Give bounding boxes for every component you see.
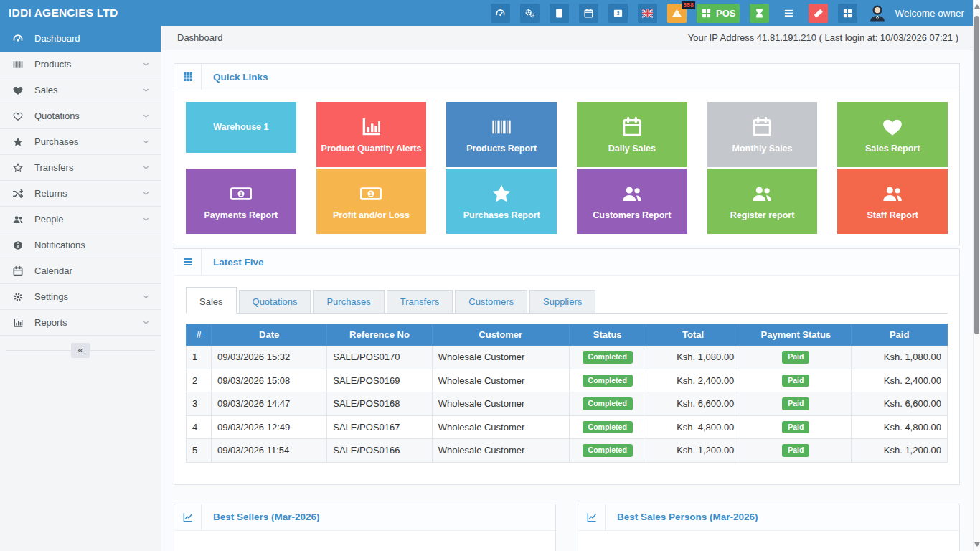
quick-link-tile-purchases-report[interactable]: Purchases Report <box>446 169 557 234</box>
tile-label: Products Report <box>463 143 540 154</box>
tile-label: Purchases Report <box>461 210 543 220</box>
alerts-button[interactable]: 358 <box>667 4 687 23</box>
css3-icon: 3 <box>613 8 623 19</box>
pos-button-label: POS <box>716 8 735 19</box>
charts-row: Best Sellers (Mar-2026)400Best Sales Per… <box>174 504 960 551</box>
vertical-scrollbar[interactable] <box>973 0 980 551</box>
pos-button[interactable]: POS <box>697 4 740 23</box>
table-cell: 09/03/2026 14:47 <box>212 392 327 416</box>
calendar-icon <box>750 116 773 138</box>
table-cell: Ksh. 6,600.00 <box>852 392 948 416</box>
table-cell: Ksh. 2,400.00 <box>646 369 740 392</box>
table-cell: Ksh. 4,800.00 <box>852 415 948 439</box>
sidebar-item-sales[interactable]: Sales <box>0 77 161 103</box>
tab-quotations[interactable]: Quotations <box>239 290 311 313</box>
star-icon <box>12 136 24 148</box>
scrollbar-up-arrow[interactable] <box>974 4 980 9</box>
users-icon <box>12 214 24 225</box>
quick-link-tile-payments-report[interactable]: 1Payments Report <box>186 169 296 234</box>
tab-purchases[interactable]: Purchases <box>313 290 384 313</box>
sidebar-item-transfers[interactable]: Transfers <box>0 155 161 181</box>
shortcuts-button[interactable] <box>838 4 857 23</box>
table-cell: Ksh. 1,200.00 <box>852 439 948 463</box>
svg-text:3: 3 <box>617 11 620 16</box>
quick-link-tile-staff-report[interactable]: Staff Report <box>837 169 948 234</box>
quick-link-tile-product-quantity-alerts[interactable]: Product Quantity Alerts <box>316 102 427 167</box>
sidebar-item-notifications[interactable]: Notifications <box>0 232 161 258</box>
quick-link-tile-sales-report[interactable]: Sales Report <box>837 102 948 167</box>
chart-title: Best Sales Persons (Mar-2026) <box>606 504 758 530</box>
chevron-down-icon <box>141 189 151 198</box>
quick-link-tile-daily-sales[interactable]: Daily Sales <box>577 102 687 167</box>
tile-label: Product Quantity Alerts <box>319 143 425 154</box>
star-icon <box>490 182 513 205</box>
status-badge: Paid <box>782 351 809 364</box>
dashboard-button[interactable] <box>491 4 510 23</box>
column-header-date: Date <box>212 324 327 346</box>
calculator-button[interactable] <box>550 4 569 23</box>
heart-icon <box>881 116 904 138</box>
table-row: 509/03/2026 11:54SALE/POS0166Wholesale C… <box>187 439 948 463</box>
tab-customers[interactable]: Customers <box>455 290 527 313</box>
calendar-button[interactable] <box>579 4 598 23</box>
scrollbar-thumb[interactable] <box>974 16 979 334</box>
sidebar-item-dashboard[interactable]: Dashboard <box>0 26 161 52</box>
sidebar-collapse-row: « <box>0 343 161 358</box>
latest-five-body: SalesQuotationsPurchasesTransfersCustome… <box>174 276 959 484</box>
sidebar-item-settings[interactable]: Settings <box>0 284 161 310</box>
table-cell: Ksh. 4,800.00 <box>646 415 740 439</box>
tile-label: Register report <box>727 210 798 220</box>
chevron-down-icon <box>141 137 151 146</box>
reset-button[interactable] <box>809 4 828 23</box>
tab-transfers[interactable]: Transfers <box>387 290 453 313</box>
tab-suppliers[interactable]: Suppliers <box>529 290 595 313</box>
tab-sales[interactable]: Sales <box>186 287 237 314</box>
sidebar-item-calendar[interactable]: Calendar <box>0 258 161 284</box>
chart-panel-header: Best Sales Persons (Mar-2026) <box>578 504 959 531</box>
quick-link-tile-products-report[interactable]: Products Report <box>446 102 557 167</box>
language-button[interactable] <box>638 4 657 23</box>
sidebar-item-reports[interactable]: Reports <box>0 310 161 336</box>
table-cell: SALE/POS0167 <box>327 415 432 439</box>
quick-link-tile-customers-report[interactable]: Customers Report <box>577 169 687 234</box>
brand-title: IDDI AGENCIES LTD <box>0 6 161 19</box>
latest-five-header: Latest Five <box>174 249 959 276</box>
tachometer-icon <box>495 8 506 19</box>
sidebar-item-people[interactable]: People <box>0 207 161 232</box>
sidebar: DashboardProductsSalesQuotationsPurchase… <box>0 26 161 551</box>
welcome-user-menu[interactable]: Welcome owner <box>895 8 964 19</box>
sidebar-item-label: Returns <box>34 188 67 199</box>
table-cell: 09/03/2026 15:08 <box>212 369 327 392</box>
scrollbar-down-arrow[interactable] <box>974 542 980 547</box>
sidebar-item-products[interactable]: Products <box>0 52 161 77</box>
calendar-icon <box>621 116 644 138</box>
quick-link-tile-register-report[interactable]: Register report <box>707 169 818 234</box>
status-cell: Completed <box>569 415 646 439</box>
list-icon <box>783 8 794 19</box>
settings-button[interactable] <box>520 4 540 23</box>
session-info: Your IP Address 41.81.191.210 ( Last log… <box>688 32 958 43</box>
column-header-paid: Paid <box>852 324 948 346</box>
quick-link-tile-profit-and-or-loss[interactable]: 1Profit and/or Loss <box>316 169 427 234</box>
column-header-num: # <box>187 324 212 346</box>
chevron-down-icon <box>141 85 151 95</box>
register-details-button[interactable] <box>779 4 798 23</box>
sidebar-collapse-button[interactable]: « <box>71 343 89 358</box>
table-cell: Ksh. 1,080.00 <box>646 346 740 369</box>
table-cell: 09/03/2026 15:32 <box>212 346 327 369</box>
quick-link-tile-monthly-sales[interactable]: Monthly Sales <box>707 102 818 167</box>
eraser-icon <box>813 8 824 19</box>
sidebar-item-quotations[interactable]: Quotations <box>0 103 161 129</box>
user-avatar[interactable] <box>867 3 887 23</box>
sidebar-item-label: Calendar <box>34 265 72 276</box>
sidebar-item-purchases[interactable]: Purchases <box>0 129 161 155</box>
table-cell: 2 <box>187 369 212 392</box>
styles-button[interactable]: 3 <box>608 4 628 23</box>
work-period-button[interactable] <box>750 4 769 23</box>
quick-link-tile-warehouse-1[interactable]: Warehouse 1 <box>186 102 296 153</box>
table-cell: Ksh. 1,200.00 <box>646 439 740 463</box>
chevron-down-icon <box>141 215 151 224</box>
sidebar-item-returns[interactable]: Returns <box>0 181 161 207</box>
svg-text:1: 1 <box>239 190 242 197</box>
tile-label: Payments Report <box>201 210 281 220</box>
